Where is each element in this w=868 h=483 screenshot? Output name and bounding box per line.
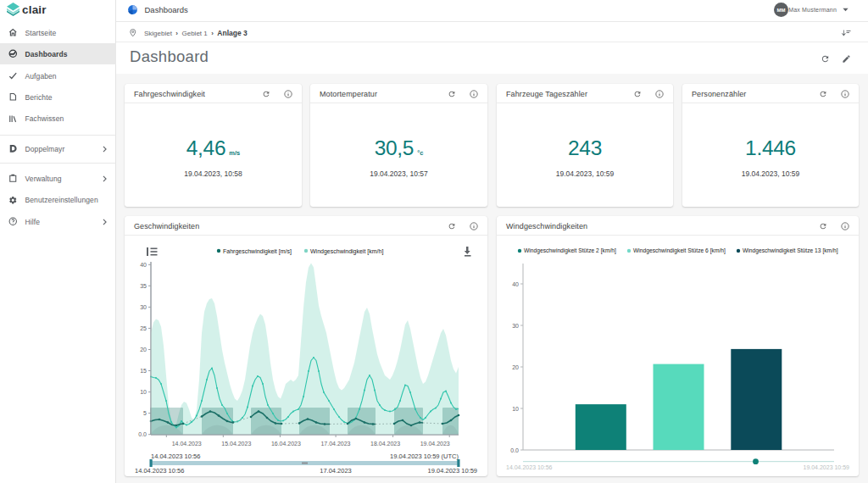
svg-text:15: 15 <box>140 368 147 374</box>
svg-text:10: 10 <box>512 406 519 412</box>
svg-text:14.04.2023 10:56: 14.04.2023 10:56 <box>506 464 553 470</box>
svg-text:0.0: 0.0 <box>510 447 519 453</box>
svg-text:Fahrgeschwindigkeit [m/s]: Fahrgeschwindigkeit [m/s] <box>223 248 292 255</box>
svg-text:17.04.2023: 17.04.2023 <box>320 467 352 475</box>
svg-text:14.04.2023 10:56: 14.04.2023 10:56 <box>135 467 184 475</box>
svg-text:19.04.2023 10:59: 19.04.2023 10:59 <box>804 464 850 470</box>
svg-text:15.04.2023: 15.04.2023 <box>221 441 251 447</box>
svg-text:18.04.2023: 18.04.2023 <box>370 441 400 447</box>
svg-text:Windgeschwindigkeit Stütze 2 [: Windgeschwindigkeit Stütze 2 [km/h] <box>524 247 616 254</box>
svg-text:19.04.2023: 19.04.2023 <box>420 441 450 447</box>
svg-text:14.04.2023: 14.04.2023 <box>172 441 202 447</box>
svg-text:Windgeschwindigkeit Stütze 13: Windgeschwindigkeit Stütze 13 [km/h] <box>743 247 838 254</box>
svg-text:30: 30 <box>512 323 519 329</box>
svg-text:Windgeschwindigkeit Stütze 6 [: Windgeschwindigkeit Stütze 6 [km/h] <box>633 247 726 254</box>
svg-text:20: 20 <box>512 364 519 370</box>
svg-text:14.04.2023 10:56: 14.04.2023 10:56 <box>151 452 200 460</box>
svg-text:17.04.2023: 17.04.2023 <box>320 441 350 447</box>
svg-text:20: 20 <box>140 347 147 353</box>
svg-text:30: 30 <box>140 304 147 310</box>
svg-text:19.04.2023 10:59: 19.04.2023 10:59 <box>428 467 477 475</box>
svg-text:16.04.2023: 16.04.2023 <box>271 441 301 447</box>
svg-text:40: 40 <box>512 281 519 287</box>
svg-text:35: 35 <box>140 283 147 289</box>
svg-text:10: 10 <box>140 389 147 395</box>
svg-text:5: 5 <box>143 410 147 416</box>
svg-text:40: 40 <box>140 262 147 268</box>
svg-text:25: 25 <box>140 325 147 331</box>
svg-text:Windgeschwindigkeit [km/h]: Windgeschwindigkeit [km/h] <box>310 248 383 255</box>
svg-text:19.04.2023 10:59 (UTC): 19.04.2023 10:59 (UTC) <box>390 452 459 460</box>
svg-text:0.0: 0.0 <box>138 431 147 437</box>
